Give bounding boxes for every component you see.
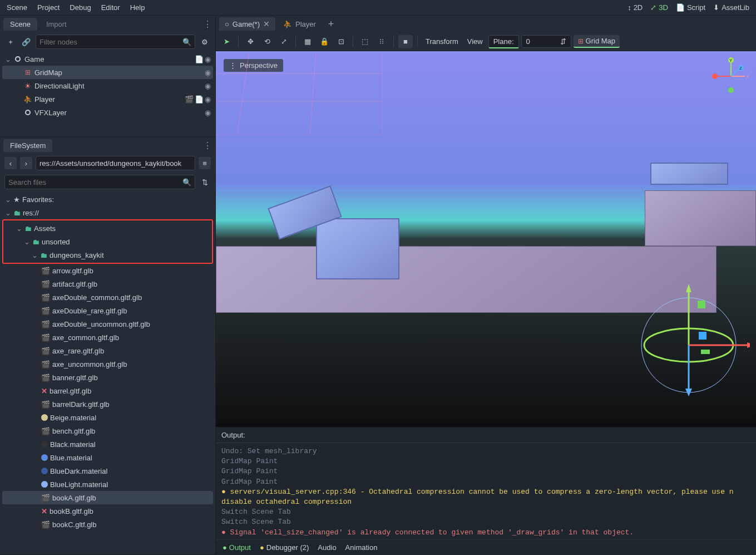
switch-3d-button[interactable]: ⤢3D <box>650 3 668 12</box>
bottom-tab-audio[interactable]: Audio <box>318 543 336 552</box>
file-item[interactable]: 🎬bench.gltf.glb <box>2 424 213 438</box>
node-vfxlayer[interactable]: VFXLayer ◉ <box>2 106 213 119</box>
file-item[interactable]: 🎬axe_common.gltf.glb <box>2 331 213 344</box>
gridmap-plane[interactable]: Plane: <box>488 35 519 48</box>
switch-assetlib-button[interactable]: ⬇AssetLib <box>713 3 749 12</box>
bottom-tab-animation[interactable]: Animation <box>345 543 378 552</box>
folder-unsorted[interactable]: ⌄🖿 unsorted <box>3 235 212 248</box>
star-icon: ★ <box>13 195 20 204</box>
scene-file-icon: 🎬 <box>41 494 50 502</box>
switch-script-button[interactable]: 📄Script <box>676 3 705 12</box>
new-tab-button[interactable]: + <box>324 17 339 31</box>
view-menu[interactable]: View <box>464 37 486 46</box>
scene-extra-button[interactable]: ⚙ <box>199 36 211 48</box>
file-item[interactable]: Blue.material <box>2 451 213 464</box>
visibility-icon[interactable]: ◉ <box>205 109 211 117</box>
file-label: axeDouble_rare.gltf.glb <box>52 307 127 315</box>
rotate-tool[interactable]: ⟲ <box>260 35 274 48</box>
nav-back-button[interactable]: ‹ <box>4 157 17 169</box>
switch-2d-button[interactable]: ↕2D <box>627 3 643 12</box>
folder-icon: 🖿 <box>13 209 21 217</box>
scale-tool[interactable]: ⤢ <box>276 35 291 48</box>
search-files-input[interactable]: 🔍 <box>4 175 195 189</box>
tab-game[interactable]: ○ Game(*) ✕ <box>219 17 275 31</box>
clapper-icon[interactable]: 🎬 <box>185 95 194 104</box>
lock-tool[interactable]: 🔒 <box>317 35 332 48</box>
search-files-textbox[interactable] <box>8 178 182 186</box>
3d-viewport[interactable]: ⋮ Perspective <box>216 51 756 427</box>
node-game[interactable]: ⌄ Game 📄◉ <box>2 52 213 66</box>
move-tool[interactable]: ✥ <box>243 35 258 48</box>
file-item[interactable]: 🎬bookC.gltf.glb <box>2 518 213 531</box>
viewport-toolbar: ➤ ✥ ⟲ ⤢ ▦ 🔒 ⊡ ⬚ ⁝⁝ ■ Transform View Plan… <box>216 32 756 51</box>
tab-import[interactable]: Import <box>39 18 73 31</box>
tab-player[interactable]: ⛹ Player <box>278 18 322 31</box>
nav-forward-button[interactable]: › <box>20 157 32 169</box>
favorites-header[interactable]: ⌄★ Favorites: <box>2 193 213 206</box>
panel-options-icon[interactable]: ⋮ <box>203 140 212 151</box>
bottom-tab-output[interactable]: Output <box>223 543 251 552</box>
transform-gizmo[interactable] <box>639 278 750 401</box>
tab-filesystem[interactable]: FileSystem <box>3 139 52 152</box>
output-log[interactable]: Undo: Set mesh_libraryGridMap PaintGridM… <box>216 443 756 539</box>
filter-nodes-textbox[interactable] <box>39 38 182 46</box>
file-item[interactable]: ✕barrel.gltf.glb <box>2 384 213 397</box>
file-item[interactable]: 🎬banner.gltf.glb <box>2 371 213 384</box>
visibility-icon[interactable]: ◉ <box>205 95 211 104</box>
node-player[interactable]: ⛹ Player 🎬📄◉ <box>2 92 213 106</box>
orientation-gizmo[interactable]: Y X Z <box>711 57 750 96</box>
menu-scene[interactable]: Scene <box>7 3 27 12</box>
file-item[interactable]: 🎬axe_uncommon.gltf.glb <box>2 357 213 371</box>
select-tool[interactable]: ➤ <box>219 35 234 48</box>
node-directional-light[interactable]: ☀ DirectionalLight ◉ <box>2 79 213 92</box>
file-item[interactable]: 🎬artifact.gltf.glb <box>2 277 213 291</box>
gridmap-plane-value[interactable]: 0 ⇵ <box>521 35 571 48</box>
file-item[interactable]: 🎬axe_rare.gltf.glb <box>2 344 213 357</box>
file-item[interactable]: 🎬bookA.gltf.glb <box>2 491 213 504</box>
sort-button[interactable]: ⇅ <box>199 176 211 188</box>
filter-nodes-input[interactable]: 🔍 <box>36 35 195 49</box>
visibility-icon[interactable]: ◉ <box>205 82 211 90</box>
script-indicator-icon[interactable]: 📄 <box>195 95 204 104</box>
file-item[interactable]: 🎬axeDouble_rare.gltf.glb <box>2 304 213 317</box>
visibility-icon[interactable]: ◉ <box>205 68 211 77</box>
close-tab-icon[interactable]: ✕ <box>263 19 270 28</box>
stepper-icon[interactable]: ⇵ <box>560 37 566 46</box>
split-view-button[interactable]: ≡ <box>199 157 211 169</box>
file-label: barrelDark.gltf.glb <box>52 400 110 409</box>
menu-help[interactable]: Help <box>130 3 145 12</box>
file-item[interactable]: 🎬arrow.gltf.glb <box>2 264 213 277</box>
add-node-button[interactable]: + <box>4 36 17 48</box>
node-gridmap[interactable]: ⊞ GridMap ◉ <box>2 66 213 79</box>
folder-res[interactable]: ⌄🖿 res:// <box>2 206 213 219</box>
menu-project[interactable]: Project <box>37 3 60 12</box>
file-item[interactable]: BlueLight.material <box>2 478 213 491</box>
folder-label: dungeons_kaykit <box>50 251 104 259</box>
folder-dungeons-kaykit[interactable]: ⌄🖿 dungeons_kaykit <box>3 248 212 262</box>
script-indicator-icon[interactable]: 📄 <box>195 55 204 63</box>
file-item[interactable]: 🎬barrelDark.gltf.glb <box>2 397 213 411</box>
camera-preview-tool[interactable]: ■ <box>398 35 413 48</box>
gridmap-menu[interactable]: ⊞ Grid Map <box>574 35 620 48</box>
file-item[interactable]: BlueDark.material <box>2 464 213 478</box>
file-item[interactable]: 🎬axeDouble_uncommon.gltf.glb <box>2 317 213 331</box>
bottom-tab-debugger[interactable]: Debugger (2) <box>260 543 309 552</box>
visibility-icon[interactable]: ◉ <box>205 55 211 63</box>
link-node-button[interactable]: 🔗 <box>20 36 32 48</box>
path-display[interactable]: res://Assets/unsorted/dungeons_kaykit/bo… <box>36 156 195 170</box>
tab-scene[interactable]: Scene <box>3 18 37 31</box>
file-item[interactable]: 🎬axeDouble_common.gltf.glb <box>2 291 213 304</box>
folder-assets[interactable]: ⌄🖿 Assets <box>3 222 212 235</box>
local-space-tool[interactable]: ▦ <box>300 35 315 48</box>
file-label: BlueDark.material <box>50 467 107 475</box>
cube-tool[interactable]: ⬚ <box>358 35 372 48</box>
menu-debug[interactable]: Debug <box>70 3 91 12</box>
file-item[interactable]: Beige.material <box>2 411 213 424</box>
panel-options-icon[interactable]: ⋮ <box>203 19 212 30</box>
group-tool[interactable]: ⊡ <box>334 35 348 48</box>
transform-menu[interactable]: Transform <box>422 37 462 46</box>
file-item[interactable]: Black.material <box>2 438 213 451</box>
file-item[interactable]: ✕bookB.gltf.glb <box>2 504 213 518</box>
menu-editor[interactable]: Editor <box>101 3 120 12</box>
snap-tool[interactable]: ⁝⁝ <box>374 35 389 48</box>
